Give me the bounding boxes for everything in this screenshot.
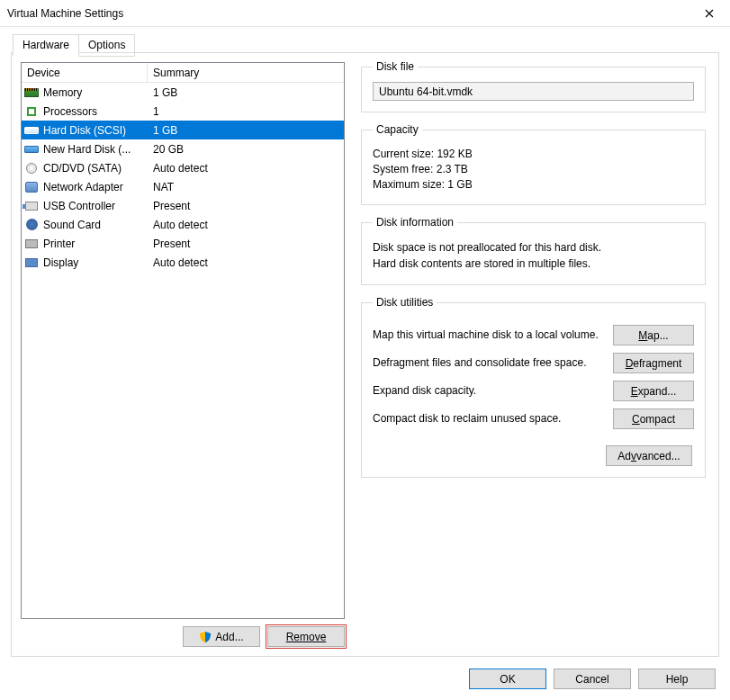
util-compact-row: Compact disk to reclaim unused space. Co… xyxy=(373,408,694,429)
capacity-max-value: 1 GB xyxy=(447,178,472,191)
header-device[interactable]: Device xyxy=(22,63,148,82)
device-row[interactable]: USB ControllerPresent xyxy=(22,196,344,215)
device-cell-name: Display xyxy=(22,256,148,270)
expand-button[interactable]: Expand... xyxy=(613,381,694,401)
device-cell-summary: 1 GB xyxy=(148,86,344,99)
map-btn-u: M xyxy=(638,329,647,342)
diskinfo-legend: Disk information xyxy=(373,216,457,229)
device-row[interactable]: Memory1 GB xyxy=(22,83,344,102)
content-pane: Device Summary Memory1 GBProcessors1Hard… xyxy=(11,52,719,657)
device-cell-summary: Auto detect xyxy=(148,219,344,231)
defrag-btn-u: D xyxy=(626,357,634,370)
defrag-btn-rest: efragment xyxy=(633,357,681,370)
device-row[interactable]: DisplayAuto detect xyxy=(22,253,344,272)
device-name-label: Hard Disk (SCSI) xyxy=(43,124,126,137)
device-cell-name: USB Controller xyxy=(22,199,148,213)
right-panel: Disk file Ubuntu 64-bit.vmdk Capacity Cu… xyxy=(354,53,718,656)
tab-hardware[interactable]: Hardware xyxy=(13,34,79,57)
adv-btn-post: vanced... xyxy=(636,450,680,462)
map-btn-rest: ap... xyxy=(647,329,668,342)
diskfile-group: Disk file Ubuntu 64-bit.vmdk xyxy=(361,60,706,112)
add-button[interactable]: Add... xyxy=(183,626,260,647)
remove-button-label: Remove xyxy=(286,631,327,643)
diskinfo-group: Disk information Disk space is not preal… xyxy=(361,216,706,285)
header-summary[interactable]: Summary xyxy=(148,67,344,79)
compact-button[interactable]: Compact xyxy=(613,408,694,429)
device-name-label: USB Controller xyxy=(43,200,115,212)
device-name-label: Memory xyxy=(43,86,82,99)
capacity-sysfree: System free: 2.3 TB xyxy=(373,163,694,175)
capacity-current-value: 192 KB xyxy=(437,148,472,160)
util-compact-text: Compact disk to reclaim unused space. xyxy=(373,411,604,426)
remove-button[interactable]: Remove xyxy=(267,626,345,647)
capacity-current-label: Current size: xyxy=(373,148,434,160)
capacity-max-label: Maximum size: xyxy=(373,178,445,191)
network-icon xyxy=(23,180,40,194)
device-name-label: Printer xyxy=(43,238,75,250)
device-cell-name: Memory xyxy=(22,85,148,100)
device-name-label: Processors xyxy=(43,105,97,118)
capacity-sysfree-value: 2.3 TB xyxy=(437,163,468,175)
device-name-label: CD/DVD (SATA) xyxy=(43,162,122,175)
ok-button[interactable]: OK xyxy=(469,669,546,689)
harddisk-icon xyxy=(23,142,40,157)
device-cell-summary: 20 GB xyxy=(148,143,344,156)
device-row[interactable]: PrinterPresent xyxy=(22,234,344,253)
util-defrag-row: Defragment files and consolidate free sp… xyxy=(373,353,694,373)
sound-icon xyxy=(23,218,40,232)
device-cell-summary: Present xyxy=(148,238,344,250)
device-cell-summary: Present xyxy=(148,200,344,212)
display-icon xyxy=(23,256,40,270)
diskinfo-line2: Hard disk contents are stored in multipl… xyxy=(373,257,694,270)
device-row[interactable]: Network AdapterNAT xyxy=(22,177,344,196)
advanced-row: Advvanced... xyxy=(373,445,694,466)
printer-icon xyxy=(23,237,40,251)
diskfile-value: Ubuntu 64-bit.vmdk xyxy=(373,82,694,101)
device-name-label: New Hard Disk (... xyxy=(43,143,131,156)
device-cell-summary: NAT xyxy=(148,181,344,193)
close-icon xyxy=(705,9,714,18)
device-cell-summary: Auto detect xyxy=(148,162,344,175)
device-row[interactable]: Hard Disk (SCSI)1 GB xyxy=(22,121,344,139)
capacity-sysfree-label: System free: xyxy=(373,163,433,175)
cancel-button[interactable]: Cancel xyxy=(554,669,631,689)
expand-btn-rest: xpand... xyxy=(638,385,677,398)
utilities-group: Disk utilities Map this virtual machine … xyxy=(361,296,706,478)
advanced-button[interactable]: Advvanced... xyxy=(606,445,692,466)
util-defrag-text: Defragment files and consolidate free sp… xyxy=(373,355,604,370)
util-expand-text: Expand disk capacity. xyxy=(373,383,604,398)
titlebar: Virtual Machine Settings xyxy=(0,0,730,27)
add-button-label: Add... xyxy=(215,631,243,643)
left-buttons: Add... Remove xyxy=(21,626,345,647)
uac-shield-icon xyxy=(199,631,212,643)
defragment-button[interactable]: Defragment xyxy=(613,353,694,373)
util-map-row: Map this virtual machine disk to a local… xyxy=(373,325,694,346)
usb-icon xyxy=(23,199,40,213)
map-button[interactable]: Map... xyxy=(613,325,694,346)
adv-btn-pre: Ad xyxy=(617,450,631,462)
device-name-label: Network Adapter xyxy=(43,181,123,193)
capacity-group: Capacity Current size: 192 KB System fre… xyxy=(361,123,706,205)
memory-icon xyxy=(23,85,40,100)
diskfile-legend: Disk file xyxy=(373,60,418,73)
window-title: Virtual Machine Settings xyxy=(7,7,689,20)
cd-icon xyxy=(23,161,40,175)
device-row[interactable]: New Hard Disk (...20 GB xyxy=(22,139,344,158)
device-list[interactable]: Device Summary Memory1 GBProcessors1Hard… xyxy=(21,62,345,619)
processors-icon xyxy=(23,104,40,119)
close-button[interactable] xyxy=(689,0,730,27)
util-expand-row: Expand disk capacity. Expand... xyxy=(373,381,694,401)
help-button[interactable]: Help xyxy=(638,669,716,689)
device-cell-name: New Hard Disk (... xyxy=(22,142,148,157)
device-list-header: Device Summary xyxy=(22,63,344,83)
bottom-button-bar: OK Cancel Help xyxy=(469,669,716,689)
left-panel: Device Summary Memory1 GBProcessors1Hard… xyxy=(12,53,354,656)
device-cell-summary: 1 GB xyxy=(148,124,344,137)
device-row[interactable]: Sound CardAuto detect xyxy=(22,215,344,234)
device-row[interactable]: CD/DVD (SATA)Auto detect xyxy=(22,158,344,177)
diskinfo-line1: Disk space is not preallocated for this … xyxy=(373,241,694,254)
device-cell-name: CD/DVD (SATA) xyxy=(22,161,148,175)
compact-btn-rest: ompact xyxy=(640,413,675,426)
device-row[interactable]: Processors1 xyxy=(22,102,344,121)
compact-btn-u: C xyxy=(632,413,640,426)
